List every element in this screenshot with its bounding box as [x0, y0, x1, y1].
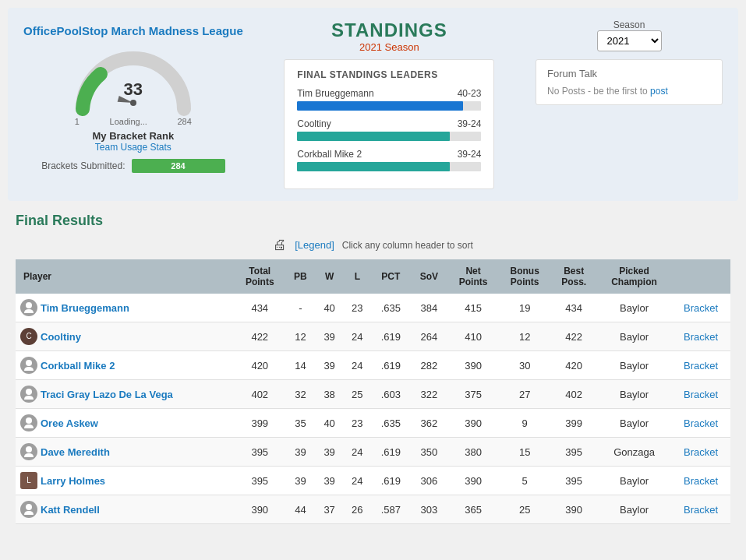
- bracket-link[interactable]: Bracket: [684, 504, 718, 516]
- l: 26: [343, 495, 371, 524]
- bracket-cell: Bracket: [671, 322, 730, 351]
- best-poss: 420: [550, 351, 596, 380]
- player-name[interactable]: Oree Askew: [41, 417, 98, 429]
- w: 39: [316, 322, 344, 351]
- pb: 39: [285, 438, 316, 467]
- net-points: 390: [447, 351, 499, 380]
- net-points: 365: [447, 495, 499, 524]
- col-pct[interactable]: PCT: [371, 259, 410, 294]
- forum-post-link[interactable]: post: [650, 86, 668, 97]
- bracket-link[interactable]: Bracket: [684, 475, 718, 487]
- player-name[interactable]: Tim Brueggemann: [41, 302, 129, 314]
- leader2-bar: [297, 132, 481, 141]
- col-w[interactable]: W: [316, 259, 344, 294]
- avatar: [20, 443, 37, 460]
- leader3-bar: [297, 162, 481, 171]
- bracket-link[interactable]: Bracket: [684, 417, 718, 429]
- total-points: 395: [234, 467, 285, 495]
- avatar: [20, 501, 37, 518]
- bonus-points: 30: [499, 351, 551, 380]
- col-picked-champion[interactable]: PickedChampion: [597, 259, 671, 294]
- bracket-cell: Bracket: [671, 351, 730, 380]
- brackets-progress-fill: 284: [132, 159, 225, 173]
- sov: 350: [411, 438, 448, 467]
- pct: .619: [371, 438, 410, 467]
- col-total-points[interactable]: TotalPoints: [234, 259, 285, 294]
- bonus-points: 19: [499, 294, 551, 322]
- pct: .619: [371, 322, 410, 351]
- season-select[interactable]: 2021: [597, 30, 662, 51]
- print-icon[interactable]: 🖨: [273, 237, 287, 253]
- picked-champion: Baylor: [597, 467, 671, 495]
- col-l[interactable]: L: [343, 259, 371, 294]
- avatar: [20, 414, 37, 431]
- brackets-progress-bar: 284: [132, 159, 225, 173]
- team-usage-link[interactable]: Team Usage Stats: [95, 142, 171, 153]
- player-cell: L Larry Holmes: [16, 467, 234, 495]
- player-cell: Traci Gray Lazo De La Vega: [16, 380, 234, 409]
- gauge-max: 284: [178, 117, 192, 126]
- best-poss: 399: [550, 409, 596, 438]
- league-title-block: OfficePoolStop March Madness League: [23, 19, 243, 39]
- bracket-link[interactable]: Bracket: [684, 446, 718, 458]
- brackets-submitted-row: Brackets Submitted: 284: [41, 159, 225, 173]
- bracket-link[interactable]: Bracket: [684, 389, 718, 400]
- bonus-points: 15: [499, 438, 551, 467]
- results-table: Player TotalPoints PB W L PCT SoV NetPoi…: [16, 259, 730, 524]
- avatar: L: [20, 472, 37, 489]
- top-section: OfficePoolStop March Madness League 33 1…: [8, 8, 738, 201]
- gauge-min: 1: [75, 117, 80, 126]
- bracket-cell: Bracket: [671, 294, 730, 322]
- forum-no-posts: No Posts - be the first to post: [547, 86, 711, 97]
- player-cell: Katt Rendell: [16, 495, 234, 524]
- pct: .587: [371, 495, 410, 524]
- net-points: 390: [447, 409, 499, 438]
- best-poss: 390: [550, 495, 596, 524]
- l: 24: [343, 438, 371, 467]
- best-poss: 422: [550, 322, 596, 351]
- w: 39: [316, 467, 344, 495]
- bracket-link[interactable]: Bracket: [684, 331, 718, 343]
- player-name[interactable]: Traci Gray Lazo De La Vega: [41, 389, 173, 400]
- player-name[interactable]: Katt Rendell: [41, 504, 100, 516]
- total-points: 402: [234, 380, 285, 409]
- col-best-poss[interactable]: BestPoss.: [550, 259, 596, 294]
- pb: 44: [285, 495, 316, 524]
- col-pb[interactable]: PB: [285, 259, 316, 294]
- total-points: 395: [234, 438, 285, 467]
- pb: 32: [285, 380, 316, 409]
- col-sov[interactable]: SoV: [411, 259, 448, 294]
- sov: 322: [411, 380, 448, 409]
- net-points: 380: [447, 438, 499, 467]
- pct: .619: [371, 351, 410, 380]
- picked-champion: Baylor: [597, 294, 671, 322]
- player-cell: Corkball Mike 2: [16, 351, 234, 380]
- season-subtitle: 2021 Season: [359, 41, 419, 53]
- picked-champion: Baylor: [597, 351, 671, 380]
- col-bonus-points[interactable]: BonusPoints: [499, 259, 551, 294]
- w: 40: [316, 294, 344, 322]
- gauge-min-max: 1 Loading... 284: [75, 117, 192, 126]
- pct: .635: [371, 294, 410, 322]
- bracket-cell: Bracket: [671, 467, 730, 495]
- col-net-points[interactable]: NetPoints: [447, 259, 499, 294]
- player-name[interactable]: Corkball Mike 2: [41, 360, 115, 372]
- player-name[interactable]: Cooltiny: [41, 331, 81, 343]
- total-points: 420: [234, 351, 285, 380]
- forum-title: Forum Talk: [547, 68, 711, 79]
- player-name[interactable]: Dave Meredith: [41, 446, 110, 458]
- picked-champion: Baylor: [597, 380, 671, 409]
- bracket-link[interactable]: Bracket: [684, 302, 718, 314]
- best-poss: 402: [550, 380, 596, 409]
- svg-point-1: [130, 100, 136, 106]
- w: 39: [316, 351, 344, 380]
- bracket-link[interactable]: Bracket: [684, 360, 718, 372]
- legend-link[interactable]: [Legend]: [295, 239, 334, 251]
- total-points: 390: [234, 495, 285, 524]
- col-player[interactable]: Player: [16, 259, 234, 294]
- player-name[interactable]: Larry Holmes: [41, 475, 105, 487]
- table-row: C Cooltiny 422 12 39 24 .619 264 410 12 …: [16, 322, 730, 351]
- pct: .619: [371, 467, 410, 495]
- table-header-row: Player TotalPoints PB W L PCT SoV NetPoi…: [16, 259, 730, 294]
- l: 25: [343, 380, 371, 409]
